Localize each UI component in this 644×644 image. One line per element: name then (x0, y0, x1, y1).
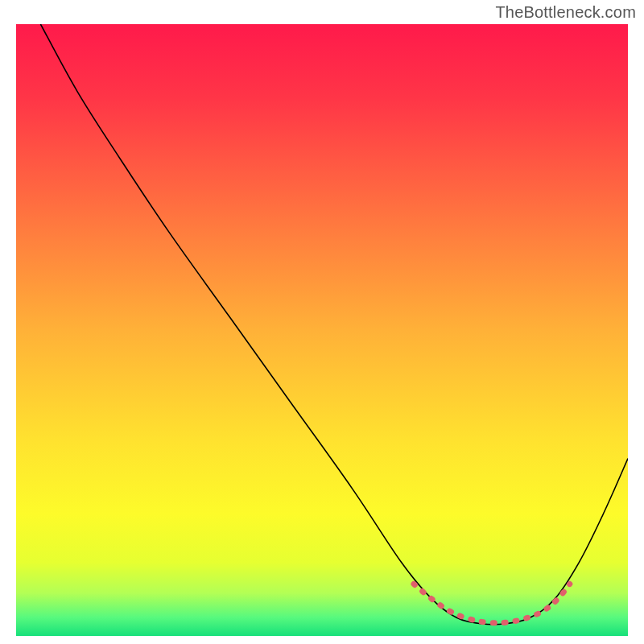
bottleneck-chart (16, 24, 628, 636)
attribution-text: TheBottleneck.com (495, 3, 636, 22)
gradient-background (16, 24, 628, 636)
chart-area (16, 24, 628, 636)
